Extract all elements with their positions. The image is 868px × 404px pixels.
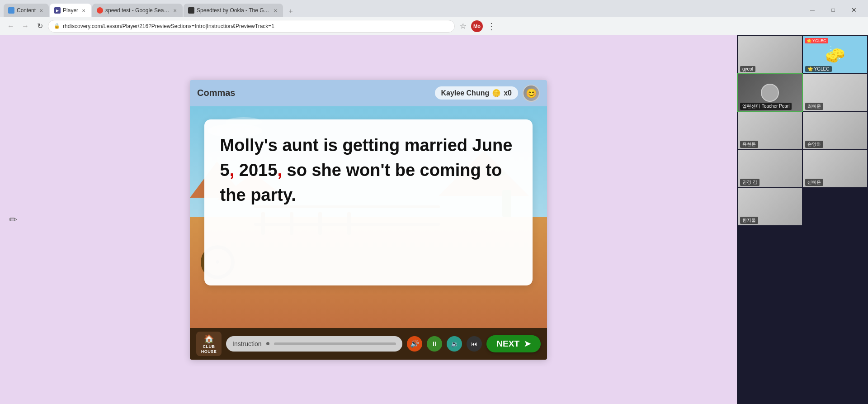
tab-favicon — [8, 7, 14, 14]
video-name-choi: 최예준 — [805, 103, 823, 110]
video-cell-min: 민경 김 — [738, 150, 802, 187]
player-info: Kaylee Chung 🪙 x0 😊 — [435, 85, 540, 102]
video-name-min: 민경 김 — [740, 179, 760, 186]
video-name-teacher: 엘린센터 Teacher Pearl — [740, 103, 792, 110]
video-name-yoo: 유현돈 — [740, 141, 758, 148]
tab-favicon-google — [97, 7, 103, 14]
forward-button[interactable]: → — [19, 20, 32, 33]
back-button[interactable]: ← — [5, 20, 17, 33]
instruction-label: Instruction — [232, 340, 262, 347]
sound-icon: 🔉 — [451, 340, 458, 347]
video-row-5: 한지울 — [738, 188, 867, 225]
address-text: rhdiscovery.com/Lesson/Player/216?Previe… — [63, 23, 449, 29]
video-name-han: 한지울 — [740, 217, 758, 224]
house-icon: 🏠 — [204, 334, 214, 344]
maximize-button[interactable]: □ — [823, 3, 844, 17]
comma1: , — [230, 161, 235, 180]
main-content: ✏ Commas Kaylee Chung 🪙 x0 😊 — [0, 35, 868, 404]
tab-close-icon[interactable]: ✕ — [38, 7, 44, 14]
more-options-button[interactable]: ⋮ — [485, 20, 497, 33]
video-row-4: 민경 김 신예은 — [738, 150, 867, 187]
next-arrow-icon: ➤ — [524, 339, 531, 349]
pause-button[interactable]: ⏸ — [427, 336, 442, 352]
next-button[interactable]: NEXT ➤ — [486, 335, 541, 352]
video-cell-han: 한지울 — [738, 188, 802, 225]
video-cell-choi: 최예준 — [803, 74, 867, 111]
tab-ookla[interactable]: Speedtest by Ookla - The Glob... ✕ — [184, 4, 283, 17]
edit-pencil-button[interactable]: ✏ — [9, 214, 17, 226]
video-name-gyeol: gyeol — [740, 66, 755, 72]
rewind-button[interactable]: ⏮ — [467, 336, 482, 352]
comma2: , — [277, 161, 282, 180]
tab-favicon-player: ▶ — [54, 7, 61, 14]
tab-player[interactable]: ▶ Player ✕ — [50, 4, 91, 17]
game-frame: Commas Kaylee Chung 🪙 x0 😊 — [190, 80, 547, 360]
profile-initial: Mo — [473, 24, 481, 29]
close-button[interactable]: ✕ — [844, 3, 864, 17]
video-cell-son: 손영하 — [803, 112, 867, 149]
tab-label-player: Player — [63, 7, 78, 14]
refresh-button[interactable]: ↻ — [33, 20, 46, 33]
yglec-label: YGLEC — [812, 38, 826, 43]
tab-bar: Content ✕ ▶ Player ✕ speed test - Google… — [0, 0, 868, 17]
browser-window: Content ✕ ▶ Player ✕ speed test - Google… — [0, 0, 868, 404]
address-bar-row: ← → ↻ 🔒 rhdiscovery.com/Lesson/Player/21… — [0, 17, 868, 35]
video-name-son: 손영하 — [805, 141, 823, 148]
lesson-sentence: Molly's aunt is getting married June 5, … — [220, 133, 517, 208]
video-cell-shin: 신예은 — [803, 150, 867, 187]
video-cell-yglec: 🧽 🌟 YGLEC 🌟 YGLEC — [803, 36, 867, 73]
yglec-star-icon: 🌟 — [807, 38, 811, 43]
video-row-3: 유현돈 손영하 — [738, 112, 867, 149]
video-name-shin: 신예은 — [805, 179, 823, 186]
tab-close-player-icon[interactable]: ✕ — [80, 7, 87, 14]
instruction-bar: Instruction — [226, 336, 402, 352]
pause-icon: ⏸ — [431, 340, 438, 347]
lock-icon: 🔒 — [54, 23, 60, 29]
tab-label-google: speed test - Google Search — [105, 7, 170, 14]
tab-close-ookla-icon[interactable]: ✕ — [272, 7, 278, 14]
player-badge: Kaylee Chung 🪙 x0 — [435, 86, 518, 100]
video-cell-teacher: 엘린센터 Teacher Pearl — [738, 74, 802, 111]
game-header: Commas Kaylee Chung 🪙 x0 😊 — [190, 80, 547, 106]
video-panel: gyeol 🧽 🌟 YGLEC 🌟 YGLEC — [737, 35, 868, 404]
video-cell-gyeol: gyeol — [738, 36, 802, 73]
clubhouse-label: CLUB — [203, 344, 215, 349]
tab-google[interactable]: speed test - Google Search ✕ — [92, 4, 183, 17]
tab-label: Content — [17, 7, 36, 14]
video-cell-empty — [803, 188, 867, 225]
lesson-content-card: Molly's aunt is getting married June 5, … — [204, 119, 533, 286]
video-name-yglec: 🌟 YGLEC — [805, 66, 832, 72]
progress-bar — [274, 342, 396, 345]
game-footer: 🏠 CLUB HOUSE Instruction 🔊 — [190, 328, 547, 360]
player-name-text: Kaylee Chung — [441, 89, 490, 97]
clubhouse-label2: HOUSE — [201, 349, 217, 354]
sound-toggle-button[interactable]: 🔉 — [447, 336, 462, 352]
tab-content[interactable]: Content ✕ — [4, 4, 49, 17]
spongebob-icon: 🧽 — [825, 45, 845, 64]
progress-dot1 — [266, 342, 269, 345]
window-controls: ─ □ ✕ — [802, 3, 864, 17]
video-row-1: gyeol 🧽 🌟 YGLEC 🌟 YGLEC — [738, 36, 867, 73]
address-bar[interactable]: 🔒 rhdiscovery.com/Lesson/Player/216?Prev… — [48, 20, 455, 33]
game-scene: Molly's aunt is getting married June 5, … — [190, 106, 547, 328]
player-avatar: 😊 — [523, 85, 540, 102]
tab-close-google-icon[interactable]: ✕ — [172, 7, 178, 14]
minimize-button[interactable]: ─ — [802, 3, 823, 17]
video-row-2: 엘린센터 Teacher Pearl 최예준 — [738, 74, 867, 111]
game-section-title: Commas — [197, 88, 235, 98]
bookmark-button[interactable]: ☆ — [457, 20, 469, 33]
audio-button[interactable]: 🔊 — [407, 336, 422, 352]
next-label: NEXT — [496, 339, 519, 349]
profile-button[interactable]: Mo — [471, 20, 483, 32]
audio-icon: 🔊 — [410, 339, 419, 348]
clubhouse-button[interactable]: 🏠 CLUB HOUSE — [196, 332, 222, 356]
new-tab-button[interactable]: + — [285, 5, 297, 17]
video-cell-yoo: 유현돈 — [738, 112, 802, 149]
coin-icon: 🪙 — [492, 89, 501, 97]
lesson-area: ✏ Commas Kaylee Chung 🪙 x0 😊 — [0, 35, 737, 404]
rewind-icon: ⏮ — [471, 340, 477, 347]
tab-favicon-ookla — [188, 7, 194, 14]
player-coins: x0 — [504, 89, 512, 97]
tab-label-ookla: Speedtest by Ookla - The Glob... — [197, 7, 270, 14]
